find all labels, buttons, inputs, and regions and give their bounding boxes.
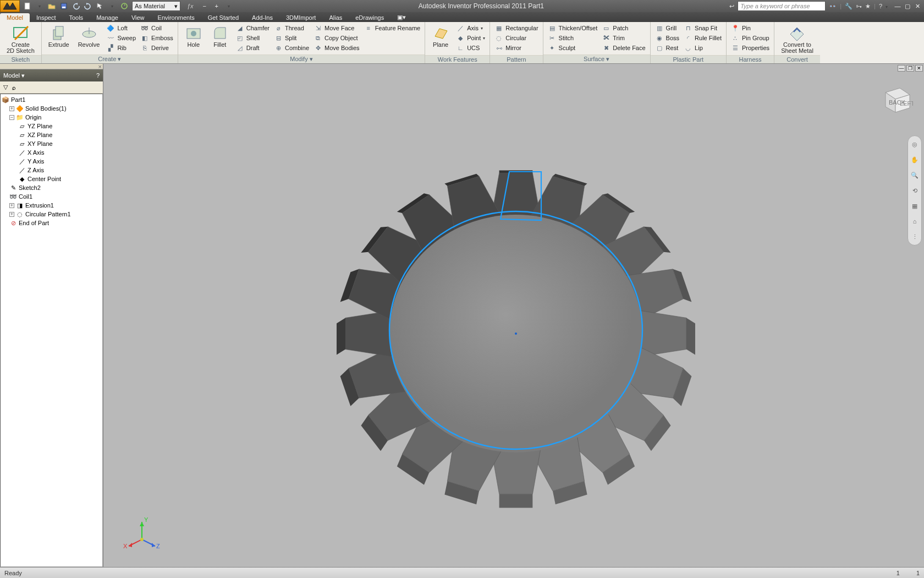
find-icon[interactable]: ⌕ bbox=[12, 84, 16, 91]
help-icon[interactable]: ? bbox=[879, 3, 882, 9]
app-menu-button[interactable] bbox=[0, 0, 20, 12]
return-icon[interactable]: ↩ bbox=[729, 3, 734, 10]
tab-manage[interactable]: Manage bbox=[90, 13, 125, 22]
orbit-icon[interactable]: ⟲ bbox=[910, 186, 920, 195]
browser-help-icon[interactable]: ? bbox=[96, 72, 100, 79]
tab-getstarted[interactable]: Get Started bbox=[201, 13, 245, 22]
tree-solidbodies[interactable]: +🔶Solid Bodies(1) bbox=[2, 104, 101, 113]
revolve-button[interactable]: Revolve bbox=[75, 23, 103, 49]
tree-extrusion1[interactable]: +◨Extrusion1 bbox=[2, 201, 101, 210]
tab-view[interactable]: View bbox=[125, 13, 151, 22]
tree-sketch2[interactable]: ✎Sketch2 bbox=[2, 183, 101, 192]
doc-restore-button[interactable]: ❐ bbox=[906, 65, 914, 72]
tree-origin[interactable]: −📁Origin bbox=[2, 113, 101, 122]
tab-overflow[interactable]: ▣▾ bbox=[391, 13, 413, 22]
movebodies-button[interactable]: ✥Move Bodies bbox=[312, 43, 361, 53]
tree-x-axis[interactable]: ／X Axis bbox=[2, 148, 101, 157]
material-selector[interactable]: As Material▾ bbox=[132, 1, 180, 11]
steeringwheel-icon[interactable]: ◎ bbox=[910, 139, 920, 149]
hole-button[interactable]: Hole bbox=[182, 23, 206, 49]
help-dropdown-icon[interactable] bbox=[886, 3, 888, 9]
fillet-button[interactable]: Fillet bbox=[208, 23, 232, 49]
qat-plus-icon[interactable]: + bbox=[212, 2, 221, 10]
convert-sheetmetal-button[interactable]: Convert to Sheet Metal bbox=[778, 23, 817, 55]
chamfer-button[interactable]: ◢Chamfer bbox=[234, 23, 271, 33]
plane-button[interactable]: Plane bbox=[428, 23, 453, 49]
browser-header[interactable]: Model ▾? bbox=[0, 69, 103, 81]
redo-icon[interactable] bbox=[84, 2, 92, 10]
model-tree[interactable]: 📦Part1 +🔶Solid Bodies(1) −📁Origin ▱YZ Pl… bbox=[0, 94, 103, 567]
binoculars-icon[interactable]: 👓 bbox=[829, 3, 837, 10]
tab-model[interactable]: Model bbox=[0, 13, 30, 22]
minimize-button[interactable]: — bbox=[893, 2, 902, 10]
grill-button[interactable]: ▥Grill bbox=[654, 23, 680, 33]
viewcube[interactable]: BACK LEFT bbox=[878, 80, 913, 116]
rib-button[interactable]: ▞Rib bbox=[105, 43, 137, 53]
save-icon[interactable] bbox=[59, 2, 68, 10]
properties-button[interactable]: ☰Properties bbox=[730, 43, 771, 53]
browser-close-icon[interactable]: × bbox=[98, 63, 102, 70]
stitch-button[interactable]: ✂Stitch bbox=[547, 33, 599, 43]
copyobject-button[interactable]: ⧉Copy Object bbox=[312, 33, 361, 43]
new-icon[interactable] bbox=[23, 2, 32, 10]
tree-xz-plane[interactable]: ▱XZ Plane bbox=[2, 130, 101, 139]
sweep-button[interactable]: 〰Sweep bbox=[105, 33, 137, 43]
tab-environments[interactable]: Environments bbox=[151, 13, 201, 22]
tree-endofpart[interactable]: ⊘End of Part bbox=[2, 219, 101, 227]
emboss-button[interactable]: ◧Emboss bbox=[139, 33, 174, 43]
home-icon[interactable]: ⌂ bbox=[910, 216, 920, 226]
lip-button[interactable]: ◡Lip bbox=[683, 43, 723, 53]
star-icon[interactable]: ★ bbox=[865, 3, 871, 10]
fx-icon[interactable]: ƒx bbox=[184, 3, 197, 9]
coil-button[interactable]: ➿Coil bbox=[139, 23, 174, 33]
tree-centerpoint[interactable]: ◆Center Point bbox=[2, 175, 101, 183]
shell-button[interactable]: ◰Shell bbox=[234, 33, 271, 43]
lookat-icon[interactable]: ▦ bbox=[910, 201, 920, 211]
snapfit-button[interactable]: ⊓Snap Fit bbox=[683, 23, 723, 33]
tab-inspect[interactable]: Inspect bbox=[30, 13, 62, 22]
tab-edrawings[interactable]: eDrawings bbox=[349, 13, 391, 22]
zoom-icon[interactable]: 🔍 bbox=[910, 170, 920, 180]
draft-button[interactable]: ◿Draft bbox=[234, 43, 271, 53]
ucs-button[interactable]: ∟UCS bbox=[455, 43, 486, 53]
tab-alias[interactable]: Alias bbox=[322, 13, 349, 22]
undo-icon[interactable] bbox=[72, 2, 80, 10]
maximize-button[interactable]: ▢ bbox=[903, 2, 912, 10]
patch-button[interactable]: ▭Patch bbox=[601, 23, 646, 33]
new-dropdown-icon[interactable] bbox=[35, 2, 44, 10]
tab-tools[interactable]: Tools bbox=[62, 13, 90, 22]
search-input[interactable]: Type a keyword or phrase bbox=[738, 1, 826, 11]
close-button[interactable]: ✕ bbox=[913, 2, 922, 10]
rulefillet-button[interactable]: ◜Rule Fillet bbox=[683, 33, 723, 43]
featurerename-button[interactable]: ≡Feature Rename bbox=[363, 23, 422, 33]
qat-minus-icon[interactable]: − bbox=[200, 2, 209, 10]
tree-root[interactable]: 📦Part1 bbox=[2, 95, 101, 104]
moveface-button[interactable]: ⇲Move Face bbox=[312, 23, 361, 33]
key-icon[interactable]: 🗝 bbox=[856, 3, 862, 9]
tree-coil1[interactable]: ➿Coil1 bbox=[2, 192, 101, 201]
axis-button[interactable]: ／Axis bbox=[455, 23, 486, 33]
tree-circpattern1[interactable]: +◌Circular Pattern1 bbox=[2, 210, 101, 219]
combine-button[interactable]: ⊕Combine bbox=[273, 43, 310, 53]
point-button[interactable]: ◆Point bbox=[455, 33, 486, 43]
filter-icon[interactable]: ▽ bbox=[3, 84, 8, 91]
pin-button[interactable]: 📍Pin bbox=[730, 23, 771, 33]
doc-minimize-button[interactable]: — bbox=[898, 65, 905, 72]
open-icon[interactable] bbox=[47, 2, 56, 10]
boss-button[interactable]: ◉Boss bbox=[654, 33, 680, 43]
circular-button[interactable]: ◌Circular bbox=[493, 33, 539, 43]
qat-dropdown-icon[interactable] bbox=[224, 2, 233, 10]
select-dropdown-icon[interactable] bbox=[108, 2, 117, 10]
tree-z-axis[interactable]: ／Z Axis bbox=[2, 166, 101, 175]
tree-yz-plane[interactable]: ▱YZ Plane bbox=[2, 122, 101, 130]
nav-settings-icon[interactable]: ⋮ bbox=[910, 232, 920, 242]
pingroup-button[interactable]: ⛬Pin Group bbox=[730, 33, 771, 43]
thicken-button[interactable]: ▤Thicken/Offset bbox=[547, 23, 599, 33]
tree-y-axis[interactable]: ／Y Axis bbox=[2, 157, 101, 166]
extrude-button[interactable]: Extrude bbox=[45, 23, 73, 49]
thread-button[interactable]: ⌀Thread bbox=[273, 23, 310, 33]
trim-button[interactable]: ✀Trim bbox=[601, 33, 646, 43]
create-2d-sketch-button[interactable]: Create 2D Sketch bbox=[3, 23, 38, 55]
pan-icon[interactable]: ✋ bbox=[910, 155, 920, 165]
split-button[interactable]: ⊟Split bbox=[273, 33, 310, 43]
